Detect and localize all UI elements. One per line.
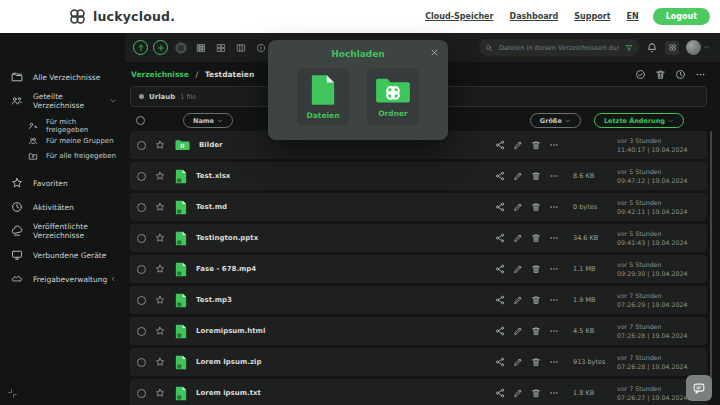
sidebar-item-alle-verzeichnisse[interactable]: Alle Verzeichnisse — [0, 65, 125, 89]
delete-button[interactable] — [531, 295, 541, 305]
select-all-button[interactable] — [635, 69, 646, 80]
account-menu[interactable] — [686, 40, 710, 55]
row-checkbox[interactable] — [137, 172, 146, 181]
delete-button[interactable] — [531, 202, 541, 212]
file-name[interactable]: Testington.pptx — [196, 234, 495, 242]
delete-button[interactable] — [655, 69, 666, 80]
sidebar-resize-icon[interactable] — [7, 388, 18, 399]
delete-button[interactable] — [531, 171, 541, 181]
share-button[interactable] — [495, 140, 505, 150]
nav-cloud-speicher[interactable]: Cloud-Speicher — [425, 12, 493, 21]
star-icon[interactable] — [155, 171, 165, 181]
file-row[interactable]: Test.mp3 1.9 MB vor 7 Stunden 07:26:29 |… — [130, 286, 707, 314]
star-icon[interactable] — [155, 388, 165, 398]
row-checkbox[interactable] — [137, 234, 146, 243]
share-button[interactable] — [495, 233, 505, 243]
star-icon[interactable] — [155, 264, 165, 274]
rename-button[interactable] — [513, 295, 523, 305]
sidebar-item-geteilte-verzeichnisse[interactable]: Geteilte Verzeichnisse — [0, 89, 125, 113]
upload-files-button[interactable]: Dateien — [297, 68, 349, 126]
sidebar-item-verbundene-ger-te[interactable]: Verbundene Geräte — [0, 243, 125, 267]
new-button[interactable] — [153, 40, 168, 55]
nav-en[interactable]: EN — [626, 12, 638, 21]
file-row[interactable]: Testington.pptx 34.6 KB vor 5 Stunden 09… — [130, 224, 707, 252]
file-name[interactable]: Lorem ipsum.txt — [196, 389, 495, 397]
file-row[interactable]: Loremipsum.html 4.5 KB vor 7 Stunden 07:… — [130, 317, 707, 345]
delete-button[interactable] — [531, 264, 541, 274]
delete-button[interactable] — [531, 233, 541, 243]
view-grid-button[interactable] — [193, 40, 208, 55]
file-row[interactable]: Lorem ipsum.txt 1.8 KB vor 7 Stunden 07:… — [130, 379, 707, 405]
share-button[interactable] — [495, 295, 505, 305]
row-checkbox[interactable] — [137, 141, 146, 150]
row-checkbox[interactable] — [137, 265, 146, 274]
file-name[interactable]: Fase - 678.mp4 — [196, 265, 495, 273]
breadcrumb-link[interactable]: Verzeichnisse — [131, 70, 189, 79]
rename-button[interactable] — [513, 140, 523, 150]
star-icon[interactable] — [155, 357, 165, 367]
file-row[interactable]: Fase - 678.mp4 1.1 MB vor 5 Stunden 09:2… — [130, 255, 707, 283]
file-name[interactable]: Test.xlsx — [196, 172, 495, 180]
row-more-button[interactable] — [549, 140, 559, 150]
row-checkbox[interactable] — [137, 358, 146, 367]
file-name[interactable]: Test.mp3 — [196, 296, 495, 304]
rename-button[interactable] — [513, 357, 523, 367]
row-checkbox[interactable] — [137, 327, 146, 336]
share-button[interactable] — [495, 388, 505, 398]
row-checkbox[interactable] — [137, 389, 146, 398]
star-icon[interactable] — [155, 202, 165, 212]
scrollbar[interactable] — [710, 131, 712, 389]
file-name[interactable]: Test.md — [196, 203, 495, 211]
row-more-button[interactable] — [549, 357, 559, 367]
upload-button[interactable] — [133, 40, 148, 55]
rename-button[interactable] — [513, 202, 523, 212]
star-icon[interactable] — [155, 326, 165, 336]
delete-button[interactable] — [531, 326, 541, 336]
share-button[interactable] — [495, 171, 505, 181]
row-more-button[interactable] — [549, 326, 559, 336]
file-row[interactable]: Test.xlsx 8.6 KB vor 5 Stunden 09:47:12 … — [130, 162, 707, 190]
apps-button[interactable] — [665, 41, 679, 55]
row-more-button[interactable] — [549, 171, 559, 181]
file-name[interactable]: Bilder — [199, 141, 495, 149]
rename-button[interactable] — [513, 233, 523, 243]
view-list-button[interactable] — [173, 40, 188, 55]
row-checkbox[interactable] — [137, 296, 146, 305]
view-thumbnails-button[interactable] — [213, 40, 228, 55]
row-checkbox[interactable] — [137, 203, 146, 212]
select-all-checkbox[interactable] — [136, 116, 145, 125]
sort-size-button[interactable]: Größe — [530, 113, 581, 128]
file-name[interactable]: Loremipsum.html — [196, 327, 495, 335]
sidebar-item-f-r-mich-freigegeben[interactable]: Für mich freigegeben — [0, 118, 125, 133]
sidebar-item-freigabeverwaltung[interactable]: Freigabeverwaltung — [0, 267, 125, 291]
star-icon[interactable] — [155, 140, 165, 150]
avatar[interactable] — [686, 40, 701, 55]
file-row[interactable]: Test.md 0 bytes vor 5 Stunden 09:42:11 |… — [130, 193, 707, 221]
delete-button[interactable] — [531, 140, 541, 150]
search-box[interactable] — [479, 39, 639, 56]
rename-button[interactable] — [513, 171, 523, 181]
delete-button[interactable] — [531, 357, 541, 367]
share-button[interactable] — [495, 357, 505, 367]
share-button[interactable] — [495, 202, 505, 212]
row-more-button[interactable] — [549, 202, 559, 212]
share-button[interactable] — [495, 326, 505, 336]
sidebar-item-f-r-meine-gruppen[interactable]: Für meine Gruppen — [0, 133, 125, 148]
sidebar-item-ver-ffentlichte-verzeichnisse[interactable]: Veröffentlichte Verzeichnisse — [0, 219, 125, 243]
close-icon[interactable] — [430, 48, 439, 57]
file-name[interactable]: Lorem Ipsum.zip — [196, 358, 495, 366]
sidebar-item-aktivit-ten[interactable]: Aktivitäten — [0, 195, 125, 219]
star-icon[interactable] — [155, 295, 165, 305]
sort-modified-button[interactable]: Letzte Änderung — [594, 113, 684, 128]
search-input[interactable] — [497, 43, 621, 53]
sidebar-item-favoriten[interactable]: Favoriten — [0, 171, 125, 195]
more-button[interactable] — [695, 69, 706, 80]
nav-dashboard[interactable]: Dashboard — [510, 12, 559, 21]
upload-folder-button[interactable]: Ordner — [367, 68, 419, 126]
row-more-button[interactable] — [549, 233, 559, 243]
row-more-button[interactable] — [549, 388, 559, 398]
rename-button[interactable] — [513, 326, 523, 336]
info-button[interactable] — [253, 40, 268, 55]
star-icon[interactable] — [155, 233, 165, 243]
share-button[interactable] — [495, 264, 505, 274]
